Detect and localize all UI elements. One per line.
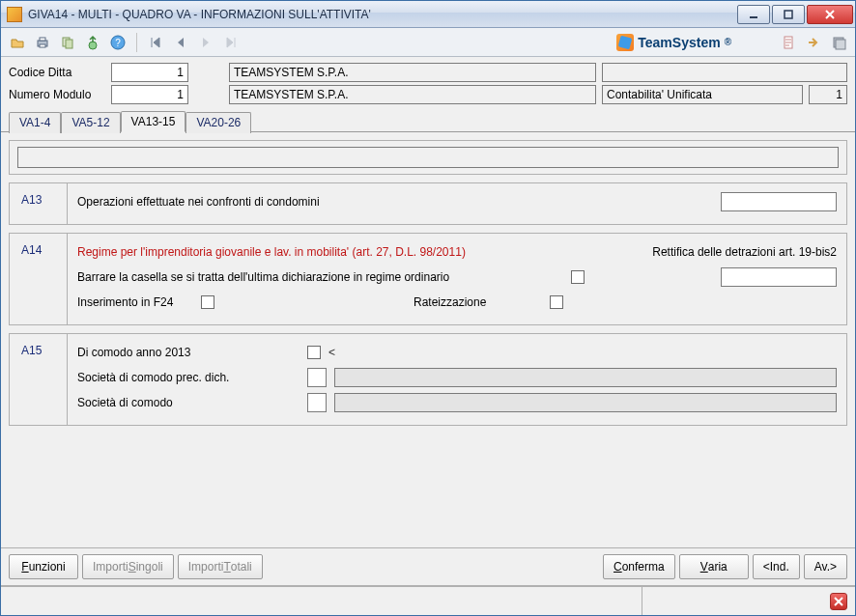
export-icon[interactable] (82, 32, 103, 53)
help-icon[interactable]: ? (107, 32, 128, 53)
forward-icon[interactable] (803, 32, 824, 53)
nav-last-icon[interactable] (220, 32, 242, 53)
a14-code: A14 (10, 234, 68, 324)
importi-singoli-button[interactable]: Importi Singoli (82, 554, 174, 579)
svg-point-7 (89, 42, 97, 49)
a15-di-comodo-anno: Di comodo anno 2013 (77, 346, 300, 359)
a14-rateizzazione-checkbox[interactable] (550, 295, 563, 309)
header-long-panel (9, 140, 847, 175)
section-a13: A13 Operazioni effettuate nei confronti … (9, 182, 847, 225)
tab-va20-26[interactable]: VA20-26 (185, 112, 251, 133)
codice-ditta-extra (602, 63, 847, 82)
copy-icon[interactable] (57, 32, 78, 53)
close-button[interactable] (807, 5, 853, 24)
header-long-input[interactable] (17, 147, 839, 168)
statusbar (1, 586, 855, 615)
funzioni-button[interactable]: Funzioni (9, 554, 78, 579)
window-titlebar: GIVA14 - MULTI - QUADRO VA - INFORMAZION… (1, 1, 855, 28)
status-close-icon[interactable] (830, 593, 847, 610)
importi-totali-button[interactable]: Importi Totali (178, 554, 263, 579)
numero-modulo-name (229, 85, 596, 104)
contabilita-n (809, 85, 847, 104)
section-a15: A15 Di comodo anno 2013 < Società di com… (9, 333, 847, 426)
a13-input[interactable] (721, 192, 837, 211)
tab-va13-15[interactable]: VA13-15 (121, 111, 186, 132)
varia-button[interactable]: Varia (679, 554, 749, 579)
print-icon[interactable] (32, 32, 53, 53)
toolbar: ? TeamSystem® (1, 28, 855, 57)
codice-ditta-value[interactable] (111, 63, 188, 82)
brand-icon (616, 34, 634, 51)
svg-rect-3 (40, 38, 45, 41)
numero-modulo-label: Numero Modulo (9, 88, 105, 101)
nav-next-icon[interactable] (195, 32, 216, 53)
header-fields: Codice Ditta Numero Modulo (1, 57, 855, 109)
app-icon (7, 7, 22, 22)
window-title: GIVA14 - MULTI - QUADRO VA - INFORMAZION… (28, 8, 371, 21)
a13-code: A13 (10, 183, 68, 224)
a14-rateizzazione: Rateizzazione (414, 295, 510, 309)
a15-di-comodo-checkbox[interactable] (307, 346, 321, 359)
svg-rect-0 (750, 16, 757, 18)
a15-soc-desc (334, 393, 837, 412)
svg-rect-1 (785, 11, 792, 18)
a14-inserimento-checkbox[interactable] (201, 295, 214, 309)
minimize-button[interactable] (737, 5, 770, 24)
nav-first-icon[interactable] (145, 32, 166, 53)
contabilita-field (602, 85, 803, 104)
status-left (1, 587, 642, 615)
tabs: VA1-4 VA5-12 VA13-15 VA20-26 (1, 111, 855, 132)
a14-inserimento: Inserimento in F24 (77, 295, 193, 309)
a14-barrare: Barrare la casella se si tratta dell'ult… (77, 270, 449, 284)
codice-ditta-name (229, 63, 596, 82)
a15-prec: Società di comodo prec. dich. (77, 371, 300, 384)
a14-barrare-checkbox[interactable] (571, 270, 585, 284)
brand-reg: ® (725, 37, 731, 47)
a15-code: A15 (10, 334, 68, 425)
a13-text: Operazioni effettuate nei confronti di c… (77, 195, 320, 209)
stack-icon[interactable] (828, 32, 849, 53)
a14-rettifica: Rettifica delle detrazioni art. 19-bis2 (652, 245, 837, 259)
codice-ditta-label: Codice Ditta (9, 66, 105, 79)
ind-button[interactable]: <Ind. (753, 554, 800, 579)
doc-icon[interactable] (778, 32, 799, 53)
section-a14: A14 Regime per l'imprenditoria giovanile… (9, 233, 847, 325)
tab-va1-4[interactable]: VA1-4 (9, 112, 61, 133)
nav-prev-icon[interactable] (170, 32, 191, 53)
a15-soc: Società di comodo (77, 396, 300, 409)
a15-prec-desc (334, 368, 837, 387)
brand-logo: TeamSystem® (616, 34, 731, 51)
a14-regime: Regime per l'imprenditoria giovanile e l… (77, 245, 466, 259)
conferma-button[interactable]: Conferma (603, 554, 675, 579)
brand-text: TeamSystem (638, 35, 720, 50)
a15-prec-code[interactable] (307, 368, 327, 387)
numero-modulo-value[interactable] (111, 85, 188, 104)
svg-rect-4 (40, 44, 45, 47)
open-icon[interactable] (7, 32, 28, 53)
window-controls (735, 5, 853, 24)
bottom-bar: Funzioni Importi Singoli Importi Totali … (1, 547, 855, 586)
status-right (642, 587, 855, 615)
svg-rect-12 (836, 40, 845, 49)
main-content: A13 Operazioni effettuate nei confronti … (1, 132, 855, 546)
svg-rect-6 (66, 40, 72, 48)
a14-rettifica-input[interactable] (721, 267, 837, 287)
a15-lt: < (328, 346, 335, 359)
a15-soc-code[interactable] (307, 393, 327, 412)
tab-va5-12[interactable]: VA5-12 (61, 112, 120, 133)
maximize-button[interactable] (772, 5, 805, 24)
av-button[interactable]: Av.> (804, 554, 847, 579)
svg-text:?: ? (115, 38, 121, 48)
